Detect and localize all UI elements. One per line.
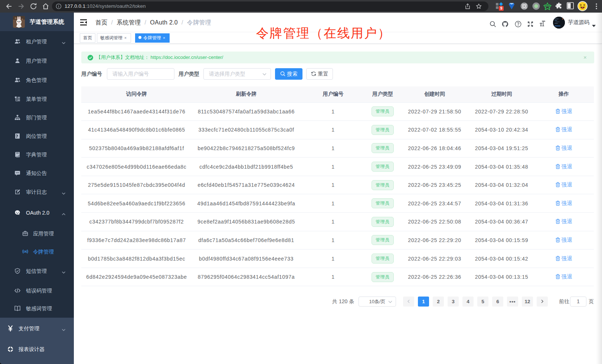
svg-text:a: a bbox=[24, 249, 26, 253]
svg-text:9: 9 bbox=[500, 6, 503, 10]
